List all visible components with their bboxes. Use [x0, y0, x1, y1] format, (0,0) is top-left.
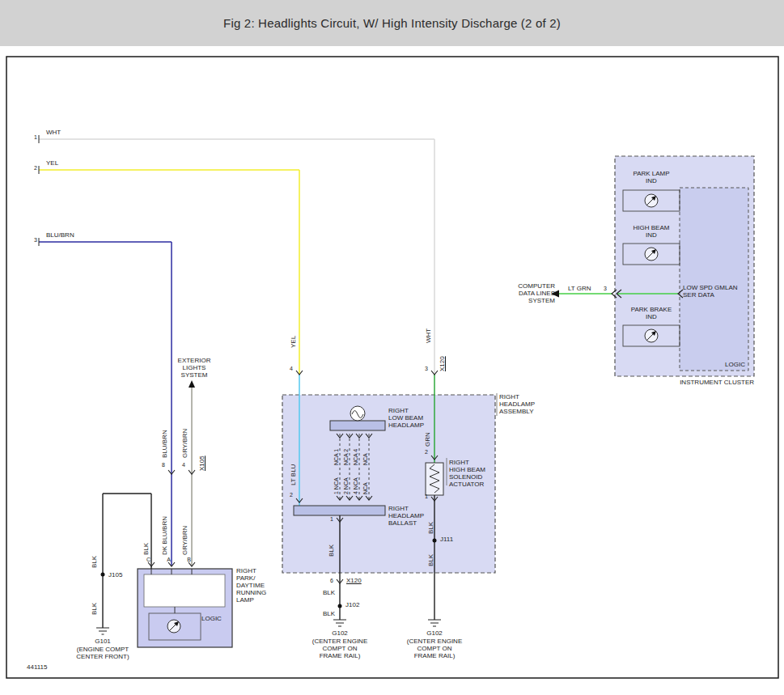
junction-j111-dot: [433, 539, 437, 543]
headlamp-ballast-bar: [294, 506, 385, 515]
right-headlamp-assembly-box: [282, 395, 495, 573]
junction-j102-dot: [338, 604, 342, 608]
junction-j105-dot: [101, 573, 105, 577]
wiring-diagram-page: Fig 2: Headlights Circuit, W/ High Inten…: [0, 0, 784, 695]
park-lamp-indicator-icon: [645, 194, 658, 207]
drl-lamp-inner-box: [144, 574, 225, 607]
cluster-logic-box: [680, 188, 748, 371]
bulb-icon: [350, 406, 365, 421]
drl-logic-lamp-icon: [167, 620, 180, 633]
park-brake-indicator-icon: [645, 329, 658, 342]
high-beam-indicator-icon: [645, 248, 658, 261]
low-beam-headlamp-bar: [330, 421, 385, 430]
diagram-canvas: [0, 0, 784, 695]
